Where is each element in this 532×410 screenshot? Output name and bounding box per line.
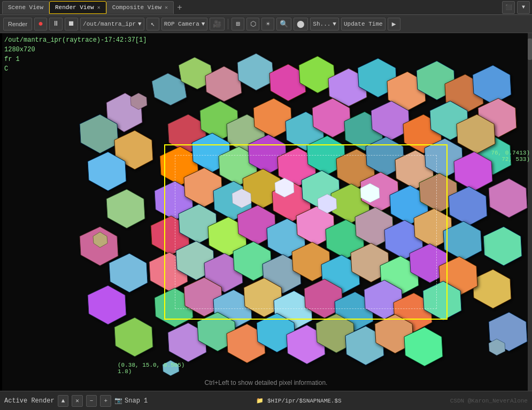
window-dropdown-btn[interactable]: ▼ [517, 1, 530, 14]
render-icon-1[interactable]: ● [34, 18, 47, 30]
render-icon-2[interactable]: ⏸ [49, 18, 63, 30]
coord-line1: 76, 0.7413) [491, 150, 530, 156]
scroll-bar-right[interactable] [528, 33, 532, 391]
show-arrow: ▼ [333, 21, 336, 27]
toolbar: Render ● ⏸ ⏹ /out/mantra_ipr ▼ ↖ ROP Cam… [0, 15, 532, 33]
toolbar-extra-arrow[interactable]: ▶ [388, 18, 400, 30]
rop-camera-label: ROP Camera [164, 21, 199, 27]
path-icon: 📁 [256, 398, 264, 404]
camera-btn[interactable]: 🎥 [210, 18, 225, 30]
divider-1 [228, 19, 228, 29]
scroll-thumb[interactable] [528, 38, 532, 60]
path-selector[interactable]: /out/mantra_ipr ▼ [80, 18, 144, 30]
status-up-btn[interactable]: ▲ [58, 395, 69, 407]
rop-camera-selector[interactable]: ROP Camera ▼ [161, 18, 208, 30]
path-btn[interactable]: ↖ [147, 18, 159, 30]
bottom-coord-line1: (0.38, 15.0, 0.505) [118, 362, 184, 368]
add-tab-button[interactable]: + [174, 3, 185, 12]
path-arrow: ▼ [138, 21, 142, 27]
status-path: 📁 $HIP/ipr/$SNAPNAME.$S [256, 397, 341, 404]
toolbar-icon-grid[interactable]: ⊞ [232, 18, 244, 30]
show-selector[interactable]: Sh... ▼ [310, 18, 339, 30]
status-minus-btn[interactable]: − [86, 395, 97, 407]
tab-bar: Scene View Render View ✕ Composite View … [0, 0, 532, 15]
status-snap: 📷 Snap 1 [114, 397, 148, 405]
snap-label: Snap 1 [125, 397, 148, 405]
toolbar-icon-circle[interactable]: ⬤ [294, 18, 308, 30]
render-path: /out/mantra_ipr(raytrace)-17:42:37[1] [4, 35, 147, 45]
status-bar: Active Render ▲ ✕ − + 📷 Snap 1 📁 $HIP/ip… [0, 391, 532, 410]
watermark: CSDN @Karon_NeverAlone [450, 398, 528, 404]
render-bottom-coords: (0.38, 15.0, 0.505) 1.8) [118, 362, 184, 375]
toolbar-icon-zoom[interactable]: 🔍 [276, 18, 291, 30]
status-plus-btn[interactable]: + [100, 395, 111, 407]
tab-scene-view-label: Scene View [8, 4, 43, 11]
tab-composite-view-label: Composite View [112, 4, 161, 11]
tab-scene-view[interactable]: Scene View [2, 1, 49, 14]
path-text: $HIP/ipr/$SNAPNAME.$S [267, 398, 342, 404]
active-render-label: Active Render [4, 397, 55, 405]
tab-render-view-label: Render View [55, 4, 94, 11]
tab-composite-view[interactable]: Composite View ✕ [106, 1, 174, 14]
tab-render-view-close[interactable]: ✕ [97, 4, 101, 11]
render-area: /out/mantra_ipr(raytrace)-17:42:37[1] 12… [0, 33, 532, 391]
coord-line2: 72, 533) [491, 156, 530, 163]
render-button[interactable]: Render [3, 18, 32, 30]
render-channel: C [4, 64, 147, 74]
render-canvas [0, 33, 532, 391]
toolbar-icon-geo[interactable]: ⬡ [246, 18, 259, 30]
status-close-btn[interactable]: ✕ [72, 395, 83, 407]
update-time-label: Update Time [344, 21, 383, 27]
tab-render-view[interactable]: Render View ✕ [49, 1, 106, 14]
snap-icon: 📷 [114, 397, 122, 405]
render-coords-overlay: 76, 0.7413) 72, 533) [491, 150, 530, 163]
bottom-coord-line2: 1.8) [118, 368, 184, 375]
show-label: Sh... [313, 21, 330, 27]
path-value: /out/mantra_ipr [83, 21, 136, 27]
render-icon-3[interactable]: ⏹ [65, 18, 78, 30]
render-info: /out/mantra_ipr(raytrace)-17:42:37[1] 12… [4, 35, 147, 74]
toolbar-icon-sun[interactable]: ☀ [261, 18, 274, 30]
tab-composite-view-close[interactable]: ✕ [165, 4, 168, 11]
rop-camera-arrow: ▼ [202, 21, 205, 27]
render-frame: fr 1 [4, 55, 147, 64]
render-resolution: 1280x720 [4, 45, 147, 55]
render-hint: Ctrl+Left to show detailed pixel informa… [205, 379, 328, 386]
update-time-selector[interactable]: Update Time [341, 18, 385, 30]
window-options-btn[interactable]: ⬛ [502, 1, 515, 14]
